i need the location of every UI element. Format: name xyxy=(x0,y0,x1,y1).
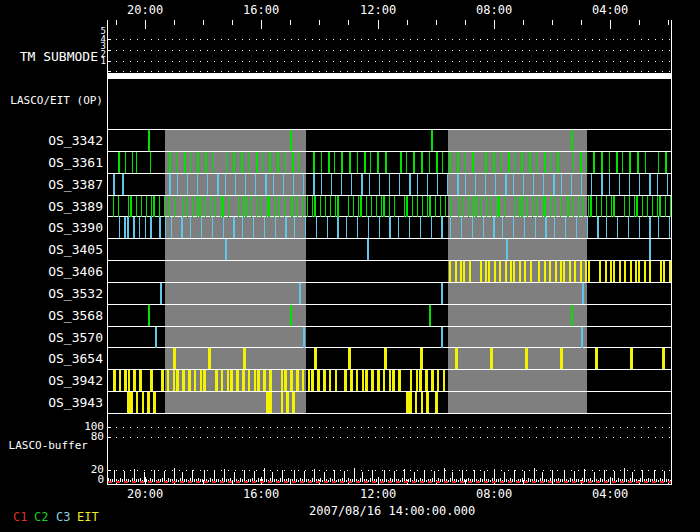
event-tick xyxy=(461,217,463,238)
row-label: OS_3943 xyxy=(33,396,103,409)
event-tick xyxy=(245,174,247,195)
event-tick xyxy=(341,152,343,173)
event-tick xyxy=(243,348,246,369)
time-label: 04:00 xyxy=(592,4,632,16)
event-tick xyxy=(344,370,347,391)
event-tick xyxy=(136,392,139,413)
event-tick xyxy=(554,217,556,238)
event-tick xyxy=(199,196,201,217)
event-tick xyxy=(521,196,523,217)
event-tick xyxy=(370,152,372,173)
event-tick xyxy=(657,174,659,195)
event-tick xyxy=(139,370,142,391)
event-tick xyxy=(421,392,424,413)
event-tick xyxy=(597,217,599,238)
event-tick xyxy=(169,174,171,195)
event-tick xyxy=(605,261,607,282)
event-tick xyxy=(210,196,212,217)
event-tick xyxy=(560,196,562,217)
event-tick xyxy=(649,174,651,195)
event-tick xyxy=(550,152,552,173)
event-tick xyxy=(416,370,419,391)
event-tick xyxy=(389,196,391,217)
row-separator xyxy=(107,129,672,130)
event-tick xyxy=(313,152,315,173)
time-label: 20:00 xyxy=(127,4,167,16)
event-tick xyxy=(629,152,631,173)
event-tick xyxy=(356,370,359,391)
event-tick xyxy=(161,370,164,391)
event-tick xyxy=(377,370,380,391)
event-tick xyxy=(513,217,515,238)
hour-tick xyxy=(378,20,379,29)
event-tick xyxy=(486,196,488,217)
time-label: 12:00 xyxy=(360,4,400,16)
event-tick xyxy=(277,152,279,173)
event-tick xyxy=(265,174,267,195)
event-tick xyxy=(475,174,477,195)
event-tick xyxy=(609,152,611,173)
event-tick xyxy=(624,261,626,282)
event-tick xyxy=(429,152,431,173)
noise-bar xyxy=(174,468,175,482)
event-tick xyxy=(606,196,608,217)
event-tick xyxy=(141,196,143,217)
noise-bar xyxy=(534,468,535,482)
event-tick xyxy=(560,348,563,369)
event-tick xyxy=(346,217,348,238)
event-tick xyxy=(151,196,153,217)
event-tick xyxy=(499,261,501,282)
event-tick xyxy=(160,283,162,304)
event-tick xyxy=(177,152,179,173)
event-tick xyxy=(241,152,243,173)
event-tick xyxy=(613,261,615,282)
event-tick xyxy=(662,348,665,369)
event-tick xyxy=(544,152,546,173)
event-tick xyxy=(341,174,343,195)
hour-tick xyxy=(174,20,175,25)
event-tick xyxy=(159,217,161,238)
event-tick xyxy=(624,196,626,217)
event-tick xyxy=(155,327,157,348)
event-tick xyxy=(335,370,338,391)
event-tick xyxy=(404,196,406,217)
event-tick xyxy=(173,348,176,369)
event-tick xyxy=(406,152,408,173)
event-tick xyxy=(535,217,537,238)
event-tick xyxy=(409,392,412,413)
legend-item: C1 xyxy=(13,511,27,523)
event-tick xyxy=(494,261,496,282)
event-tick xyxy=(389,217,391,238)
event-tick xyxy=(473,196,475,217)
event-tick xyxy=(490,348,493,369)
row-label: OS_3570 xyxy=(33,331,103,344)
event-tick xyxy=(441,327,443,348)
hour-tick xyxy=(494,20,495,29)
event-tick xyxy=(637,152,639,173)
event-tick xyxy=(371,196,373,217)
event-tick xyxy=(553,174,555,195)
event-tick xyxy=(261,196,263,217)
event-tick xyxy=(493,217,495,238)
event-tick xyxy=(348,348,351,369)
row-label: OS_3406 xyxy=(33,265,103,278)
event-tick xyxy=(437,370,440,391)
event-tick xyxy=(299,283,301,304)
event-tick xyxy=(238,196,240,217)
event-tick xyxy=(337,217,339,238)
event-tick xyxy=(639,174,641,195)
event-tick xyxy=(649,261,651,282)
event-tick xyxy=(311,370,314,391)
event-tick xyxy=(652,196,654,217)
event-tick xyxy=(543,174,545,195)
event-tick xyxy=(525,348,528,369)
event-tick xyxy=(585,261,587,282)
event-tick xyxy=(413,152,415,173)
event-tick xyxy=(557,152,559,173)
hour-tick xyxy=(116,20,117,25)
event-tick xyxy=(483,217,485,238)
event-tick xyxy=(629,174,631,195)
event-tick xyxy=(317,370,320,391)
event-tick xyxy=(328,152,330,173)
event-tick xyxy=(263,370,266,391)
